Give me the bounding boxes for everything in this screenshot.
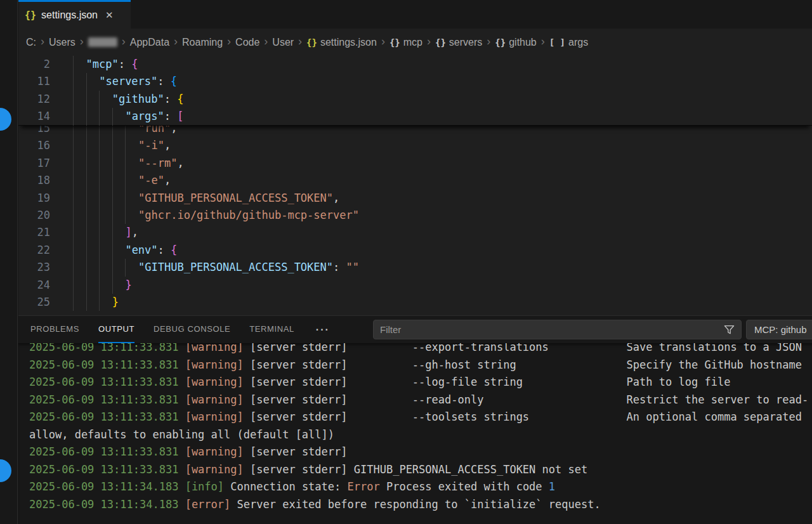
code-line[interactable]: 14"args": [ xyxy=(18,108,812,125)
indent-guide xyxy=(112,108,113,125)
token: "args" xyxy=(125,110,164,122)
code-text: "-e", xyxy=(138,172,171,189)
log-line: 2025-06-09 13:11:33.831 [warning] [serve… xyxy=(29,461,812,479)
token: "" xyxy=(346,261,359,273)
token: "mcp" xyxy=(86,58,119,70)
code-line[interactable]: 18"-e", xyxy=(18,172,812,189)
indent-guide xyxy=(86,259,87,276)
indent-guide xyxy=(125,155,126,172)
indent-guide xyxy=(86,137,87,154)
token: { xyxy=(177,93,183,105)
output-log[interactable]: 2025-06-09 13:11:33.831 [warning] [serve… xyxy=(18,343,812,524)
indent-guide xyxy=(99,294,100,311)
log-segment: allow, defaults to enabling all (default… xyxy=(29,428,334,441)
indent-guide xyxy=(99,242,100,259)
indent-guide xyxy=(73,56,74,73)
code-line[interactable]: 19"GITHUB_PERSONAL_ACCESS_TOKEN", xyxy=(18,190,812,207)
more-actions-icon[interactable]: ··· xyxy=(316,324,330,336)
token: , xyxy=(164,174,171,187)
code-line[interactable]: 16"-i", xyxy=(18,137,812,154)
log-line: 2025-06-09 13:11:33.831 [warning] [serve… xyxy=(29,409,812,426)
log-segment: [warning] xyxy=(185,463,250,476)
editor-pane[interactable]: C:›Users››AppData›Roaming›Code›User›{}se… xyxy=(18,29,812,315)
sticky-scroll[interactable]: 2"mcp": {11"servers": {12"github": {14"a… xyxy=(18,56,812,126)
indent-guide xyxy=(86,73,87,90)
indent-guide xyxy=(86,190,87,207)
indent-guide xyxy=(125,259,126,276)
indent-guide xyxy=(99,207,100,224)
panel-header: PROBLEMSOUTPUTDEBUG CONSOLETERMINAL··· M… xyxy=(18,316,812,343)
activity-strip xyxy=(0,0,18,524)
code-text: "-i", xyxy=(138,137,171,154)
code-line[interactable]: 25} xyxy=(18,294,812,311)
log-line: 2025-06-09 13:11:33.831 [warning] [serve… xyxy=(29,343,812,357)
output-channel-select[interactable]: MCP: github xyxy=(746,320,812,339)
panel-tab-problems[interactable]: PROBLEMS xyxy=(30,316,79,343)
indent-guide xyxy=(112,259,113,276)
code-line[interactable]: 17"--rm", xyxy=(18,155,812,172)
log-segment: [warning] xyxy=(185,445,250,458)
log-segment: 2025-06-09 13:11:34.183 xyxy=(29,498,185,511)
panel-tab-debug-console[interactable]: DEBUG CONSOLE xyxy=(154,316,230,343)
code-line[interactable]: 2"mcp": { xyxy=(18,56,812,73)
output-filter-input[interactable] xyxy=(374,324,723,335)
output-filter xyxy=(373,320,742,339)
token: } xyxy=(125,278,131,291)
token: , xyxy=(333,192,339,204)
token: : xyxy=(333,261,346,273)
json-file-icon: {} xyxy=(25,10,36,21)
log-segment: [warning] xyxy=(185,358,250,371)
tab-settings-json[interactable]: {} settings.json ✕ xyxy=(18,0,131,29)
code-line[interactable]: 21], xyxy=(18,224,812,241)
code-text: "GITHUB_PERSONAL_ACCESS_TOKEN": "" xyxy=(138,259,359,276)
panel-tab-terminal[interactable]: TERMINAL xyxy=(249,316,294,343)
indent-guide xyxy=(112,172,113,189)
code-text: ], xyxy=(125,224,138,241)
token: { xyxy=(171,75,177,88)
line-number: 14 xyxy=(18,108,50,125)
panel-tab-output[interactable]: OUTPUT xyxy=(98,316,134,343)
code-line[interactable]: 20"ghcr.io/github/github-mcp-server" xyxy=(18,207,812,224)
indent-guide xyxy=(73,172,74,189)
log-line: 2025-06-09 13:11:33.831 [warning] [serve… xyxy=(29,374,812,391)
code-text: } xyxy=(112,294,119,311)
indent-guide xyxy=(125,172,126,189)
filter-icon[interactable] xyxy=(723,324,735,336)
code-text: "servers": { xyxy=(99,73,177,90)
token: [ xyxy=(177,110,183,122)
log-segment: 2025-06-09 13:11:33.831 xyxy=(29,445,185,458)
code-line[interactable]: 11"servers": { xyxy=(18,73,812,90)
notification-dot-bottom xyxy=(0,459,11,482)
indent-guide xyxy=(73,259,74,276)
token: , xyxy=(177,157,183,169)
indent-guide xyxy=(73,137,74,154)
indent-guide xyxy=(99,259,100,276)
line-number: 16 xyxy=(18,137,50,154)
indent-guide xyxy=(112,155,113,172)
code-text: "ghcr.io/github/github-mcp-server" xyxy=(138,207,359,224)
token: : xyxy=(164,93,177,105)
indent-guide xyxy=(99,155,100,172)
notification-dot-top xyxy=(0,108,11,131)
line-number: 17 xyxy=(18,155,50,172)
editor-tab-bar: {} settings.json ✕ xyxy=(18,0,812,29)
token: "GITHUB_PERSONAL_ACCESS_TOKEN" xyxy=(138,261,333,273)
indent-guide xyxy=(73,242,74,259)
code-line[interactable]: 12"github": { xyxy=(18,91,812,108)
code-line[interactable]: 24} xyxy=(18,277,812,294)
code-line[interactable]: 23"GITHUB_PERSONAL_ACCESS_TOKEN": "" xyxy=(18,259,812,276)
token: "servers" xyxy=(99,75,157,88)
log-segment: Process exited with code xyxy=(380,480,549,493)
token: "-e" xyxy=(138,174,164,187)
code-text: "args": [ xyxy=(125,108,183,125)
close-tab-icon[interactable]: ✕ xyxy=(105,10,114,21)
code-line[interactable]: 22"env": { xyxy=(18,242,812,259)
token: : xyxy=(164,110,177,122)
indent-guide xyxy=(112,242,113,259)
log-segment: 2025-06-09 13:11:33.831 xyxy=(29,376,185,388)
indent-guide xyxy=(86,242,87,259)
token: "--rm" xyxy=(138,157,177,169)
line-number: 23 xyxy=(18,259,50,276)
indent-guide xyxy=(73,294,74,311)
log-segment: Server exited before responding to `init… xyxy=(237,498,601,511)
